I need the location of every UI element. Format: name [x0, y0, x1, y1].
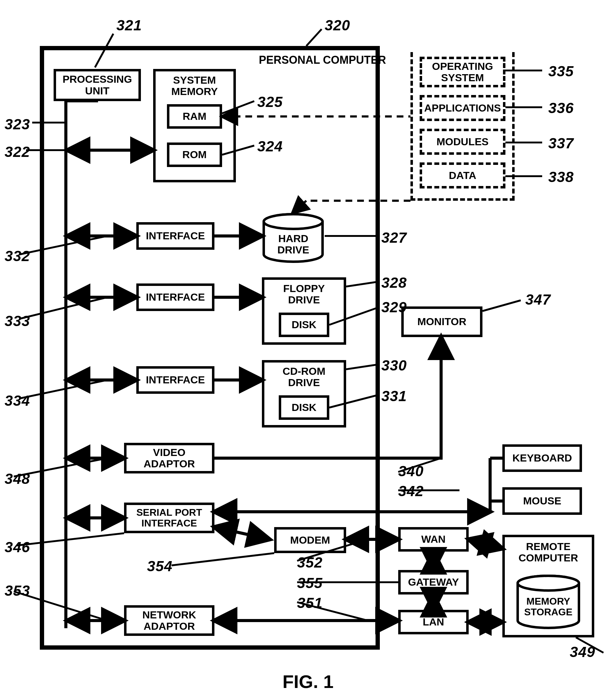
system-bus-vertical [64, 101, 67, 628]
ref-338: 338 [548, 169, 574, 185]
memory-storage-cylinder: MEMORY STORAGE [514, 575, 582, 630]
ref-331: 331 [381, 388, 407, 405]
ref-323: 323 [4, 116, 30, 133]
wan-box: WAN [398, 527, 469, 552]
monitor-box: MONITOR [401, 306, 482, 337]
ref-329: 329 [381, 299, 407, 316]
memory-storage-label: MEMORY STORAGE [514, 596, 582, 618]
hard-drive-cylinder: HARD DRIVE [262, 213, 325, 264]
ref-340: 340 [398, 463, 424, 479]
ram-box: RAM [167, 104, 222, 129]
figure-caption: FIG. 1 [0, 671, 616, 692]
ref-349: 349 [570, 644, 595, 660]
rom-box: ROM [167, 143, 222, 167]
serial-port-interface-box: SERIAL PORT INTERFACE [124, 503, 214, 533]
floppy-disk-box: DISK [279, 313, 329, 337]
video-adaptor-box: VIDEO ADAPTOR [124, 443, 214, 473]
operating-system-box: OPERATING SYSTEM [420, 57, 506, 87]
ref-337: 337 [548, 135, 574, 152]
ref-320: 320 [325, 17, 350, 34]
ref-353: 353 [4, 582, 30, 599]
cdrom-disk-box: DISK [279, 395, 329, 420]
ref-336: 336 [548, 100, 574, 117]
interface-1-box: INTERFACE [136, 222, 214, 250]
ref-321: 321 [117, 17, 142, 34]
modem-box: MODEM [274, 527, 346, 553]
ref-325: 325 [257, 93, 283, 110]
svg-point-1 [264, 214, 323, 229]
keyboard-box: KEYBOARD [503, 444, 582, 472]
ref-348: 348 [4, 471, 30, 487]
applications-box: APPLICATIONS [420, 95, 506, 121]
ref-327: 327 [381, 229, 407, 246]
svg-point-3 [518, 576, 579, 591]
modules-box: MODULES [420, 129, 506, 155]
ref-322: 322 [4, 143, 30, 160]
ref-352: 352 [297, 554, 323, 571]
network-adaptor-box: NETWORK ADAPTOR [124, 605, 214, 636]
ref-355: 355 [297, 575, 323, 591]
ref-347: 347 [525, 291, 551, 308]
mouse-box: MOUSE [503, 487, 582, 515]
interface-2-box: INTERFACE [136, 283, 214, 311]
ref-351: 351 [297, 594, 323, 611]
lan-box: LAN [398, 610, 469, 634]
gateway-box: GATEWAY [398, 570, 469, 594]
ref-346: 346 [4, 539, 30, 556]
ref-335: 335 [548, 63, 574, 80]
diagram-stage: PERSONAL COMPUTER PROCESSING UNIT SYSTEM… [0, 0, 616, 699]
ref-333: 333 [4, 313, 30, 329]
ref-328: 328 [381, 274, 407, 291]
ref-342: 342 [398, 483, 424, 500]
interface-3-box: INTERFACE [136, 366, 214, 394]
ref-334: 334 [4, 392, 30, 409]
ref-332: 332 [4, 248, 30, 264]
data-box: DATA [420, 162, 506, 188]
ref-324: 324 [257, 138, 283, 155]
processing-unit-box: PROCESSING UNIT [54, 69, 141, 101]
pc-title: PERSONAL COMPUTER [259, 54, 386, 66]
hard-drive-label: HARD DRIVE [262, 233, 325, 256]
ref-330: 330 [381, 357, 407, 374]
svg-line-24 [469, 539, 503, 549]
ref-354: 354 [147, 558, 172, 575]
